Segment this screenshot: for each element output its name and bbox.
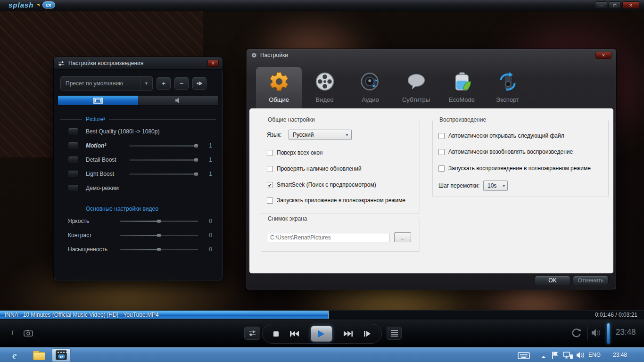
remove-preset-button[interactable]: − <box>174 77 189 90</box>
settings-dialog-titlebar[interactable]: Настройки × <box>247 49 616 61</box>
slider-value: 0 <box>203 232 212 239</box>
dialog-title: Настройки <box>260 52 592 58</box>
close-button[interactable]: × <box>622 1 639 9</box>
brightness-slider[interactable] <box>120 221 198 222</box>
close-icon[interactable]: × <box>595 52 611 59</box>
reset-preset-button[interactable] <box>192 77 206 90</box>
tab-label: EcoMode <box>449 96 475 103</box>
toggle-demo-mode[interactable] <box>68 184 79 192</box>
slider-row-contrast: Контраст 0 <box>54 228 223 242</box>
tab-general[interactable]: Общие <box>256 67 302 108</box>
seek-step-select[interactable]: 10s ▼ <box>483 181 508 191</box>
checkbox-label: Автоматически открывать следующий файл <box>448 132 564 139</box>
info-icon[interactable]: i <box>11 328 14 337</box>
setting-row-light-boost: Light Boost 1 <box>54 167 223 181</box>
minus-icon: − <box>180 80 183 87</box>
app-window: splash ex — □ × Настройки воспроизведени… <box>0 0 644 362</box>
tab-export[interactable]: Экспорт <box>485 67 530 108</box>
snapshot-icon[interactable] <box>24 329 33 337</box>
previous-button[interactable] <box>289 330 300 337</box>
tab-video[interactable] <box>58 96 138 105</box>
taskbar-clock[interactable]: 23:48 <box>613 352 627 358</box>
motion-slider[interactable] <box>129 145 198 147</box>
checkbox-label: Автоматически возобновлять воспроизведен… <box>448 148 573 155</box>
checkbox[interactable]: ✔ <box>267 182 273 188</box>
detail-boost-slider[interactable] <box>129 159 198 161</box>
saturation-slider[interactable] <box>120 249 198 250</box>
light-boost-slider[interactable] <box>129 173 198 175</box>
checkbox[interactable] <box>267 197 273 204</box>
contrast-slider[interactable] <box>120 235 198 236</box>
close-icon[interactable]: × <box>207 60 219 67</box>
volume-slider[interactable] <box>607 323 610 344</box>
tab-video[interactable]: Видео <box>302 67 347 108</box>
app-logo: splash ex <box>8 1 55 9</box>
preset-dropdown[interactable]: Пресет по умолчанию ▼ <box>60 76 153 90</box>
seek-bar[interactable]: INNA - 10 Minutes (Official Music Video)… <box>0 310 644 319</box>
tab-ecomode[interactable]: EcoMode <box>439 67 485 108</box>
keyboard-tray-icon[interactable] <box>518 352 530 359</box>
next-button[interactable] <box>343 330 353 337</box>
gear-icon <box>251 52 257 58</box>
speaker-icon <box>175 97 182 104</box>
toggle-best-quality[interactable] <box>68 128 79 135</box>
repeat-icon[interactable] <box>571 328 582 338</box>
slider-label: Яркость <box>68 218 115 224</box>
checkbox[interactable] <box>438 133 445 139</box>
maximize-button[interactable]: □ <box>609 1 621 9</box>
setting-label: Detail Boost <box>86 156 124 163</box>
playback-settings-button[interactable] <box>244 327 260 340</box>
player-clock: 23:48 <box>616 328 636 337</box>
time-display: 0:01:46 / 0:03:21 <box>595 312 637 318</box>
taskbar-explorer-icon[interactable] <box>33 352 45 360</box>
screenshot-path-input[interactable] <box>267 233 389 242</box>
taskbar-splash-button[interactable]: ex <box>52 348 71 362</box>
volume-icon[interactable] <box>591 329 603 337</box>
tab-label: Аудио <box>362 96 379 103</box>
tab-audio[interactable] <box>138 96 218 105</box>
browse-button[interactable]: ... <box>394 232 411 242</box>
group-title: Воспроизведение <box>438 116 488 123</box>
now-playing-title: INNA - 10 Minutes (Official Music Video)… <box>5 312 159 318</box>
toggle-motion[interactable] <box>68 142 79 149</box>
add-preset-button[interactable]: + <box>157 77 171 90</box>
network-tray-icon[interactable] <box>563 352 573 359</box>
titlebar: splash ex — □ × <box>0 0 644 11</box>
tab-audio[interactable]: ♪ Аудио <box>347 67 393 108</box>
playback-settings-dialog: Настройки воспроизведения × Пресет по ум… <box>53 57 223 281</box>
language-select[interactable]: Русский ▼ <box>289 130 352 140</box>
slider-label: Контраст <box>68 232 115 239</box>
language-indicator[interactable]: ENG <box>588 352 601 358</box>
export-device-icon <box>496 70 520 93</box>
toggle-detail-boost[interactable] <box>68 156 79 164</box>
next-icon <box>343 330 353 337</box>
playback-dialog-titlebar[interactable]: Настройки воспроизведения × <box>54 57 223 70</box>
taskbar-browser-icon[interactable]: e <box>12 349 17 362</box>
svg-text:♪: ♪ <box>372 77 378 89</box>
stop-button[interactable] <box>273 331 279 337</box>
checkbox[interactable] <box>438 149 445 155</box>
section-header-basic-video: Основные настройки видео <box>60 206 216 212</box>
setting-row-best-quality: Best Quality (1080i -> 1080p) <box>54 124 223 139</box>
play-button[interactable] <box>311 326 332 342</box>
checkbox-label: Поверх всех окон <box>277 149 322 156</box>
action-center-flag-icon[interactable] <box>552 351 559 359</box>
toggle-light-boost[interactable] <box>68 170 79 178</box>
minimize-button[interactable]: — <box>595 1 607 9</box>
battery-leaf-icon <box>450 70 474 93</box>
play-icon <box>318 330 325 338</box>
volume-tray-icon[interactable] <box>576 352 586 359</box>
checkbox[interactable] <box>438 165 445 172</box>
checkbox[interactable] <box>267 166 273 172</box>
tab-subtitles[interactable]: Субтитры <box>393 67 439 108</box>
checkbox[interactable] <box>267 150 273 156</box>
playlist-button[interactable] <box>387 327 402 340</box>
setting-label: Motion² <box>86 142 124 149</box>
ok-button[interactable]: OK <box>535 276 570 285</box>
group-screenshot: Снимок экрана ... <box>261 219 420 252</box>
tray-expand-icon[interactable] <box>541 354 546 358</box>
step-forward-button[interactable] <box>363 330 371 337</box>
player-control-bar: i <box>0 320 644 347</box>
cancel-button[interactable]: Отменить <box>573 276 609 285</box>
slider-value: 0 <box>203 218 212 224</box>
